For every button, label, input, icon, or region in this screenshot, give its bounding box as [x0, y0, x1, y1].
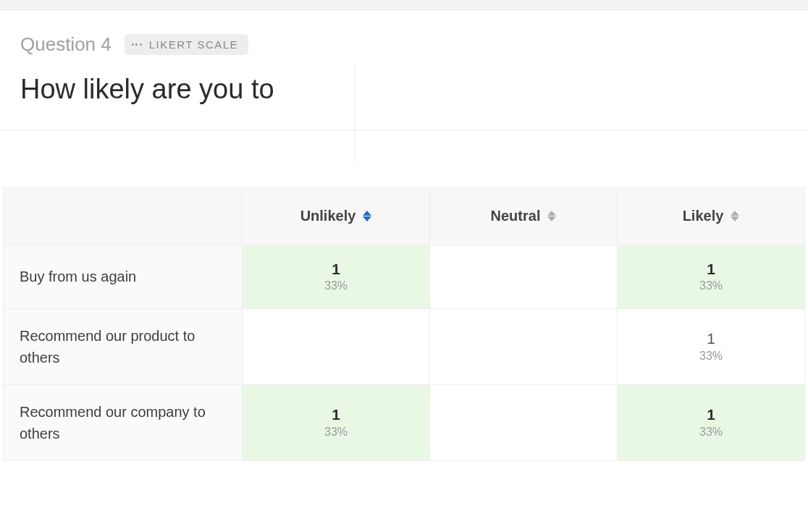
column-label: Unlikely: [300, 208, 356, 224]
svg-marker-3: [547, 216, 556, 221]
cell-percent: 33%: [625, 424, 797, 440]
cell-count: 1: [250, 260, 422, 278]
svg-marker-2: [547, 211, 556, 216]
value-cell: [430, 245, 618, 309]
sort-icon: [363, 211, 371, 221]
table-row: Buy from us again 1 33% 1 33%: [4, 245, 805, 309]
top-bar: [0, 0, 808, 10]
table-header-row: Unlikely Neutral Likely: [4, 187, 805, 245]
cell-percent: 33%: [625, 278, 797, 294]
header-blank: [4, 187, 243, 245]
badge-label: LIKERT SCALE: [149, 38, 238, 51]
sort-icon: [731, 211, 739, 221]
cell-percent: 33%: [250, 278, 422, 294]
sort-icon: [547, 211, 556, 221]
column-label: Neutral: [491, 208, 541, 224]
question-title: How likely are you to: [20, 73, 788, 106]
svg-marker-5: [731, 216, 739, 221]
cell-count: 1: [250, 405, 422, 423]
likert-table-wrapper: Unlikely Neutral Likely Buy from us agai…: [0, 130, 808, 462]
question-type-badge: LIKERT SCALE: [125, 34, 248, 55]
table-row: Recommend our company to others 1 33% 1 …: [4, 385, 805, 461]
svg-marker-0: [363, 211, 371, 216]
value-cell: 1 33%: [243, 385, 430, 461]
column-header[interactable]: Likely: [618, 187, 805, 245]
row-label: Buy from us again: [4, 245, 243, 309]
cell-percent: 33%: [250, 424, 422, 440]
likert-table: Unlikely Neutral Likely Buy from us agai…: [3, 187, 805, 462]
value-cell: 1 33%: [618, 385, 805, 461]
ellipsis-icon: [132, 43, 142, 46]
column-header[interactable]: Unlikely: [243, 187, 430, 245]
value-cell: 1 33%: [243, 245, 430, 309]
cell-count: 1: [625, 260, 797, 278]
value-cell: 1 33%: [618, 245, 805, 309]
column-header[interactable]: Neutral: [430, 187, 618, 245]
cell-count: 1: [625, 329, 797, 347]
table-row: Recommend our product to others 1 33%: [4, 309, 805, 385]
cell-count: 1: [625, 405, 797, 423]
question-header: Question 4 LIKERT SCALE How likely are y…: [0, 10, 808, 130]
header-divider: [354, 64, 355, 164]
svg-marker-4: [731, 211, 739, 216]
value-cell: 1 33%: [618, 309, 805, 385]
value-cell: [430, 309, 618, 385]
value-cell: [243, 309, 430, 385]
cell-percent: 33%: [625, 348, 797, 364]
question-number: Question 4: [20, 33, 111, 56]
row-label: Recommend our company to others: [4, 385, 243, 461]
column-label: Likely: [683, 208, 724, 224]
svg-marker-1: [363, 216, 371, 221]
value-cell: [430, 385, 618, 461]
row-label: Recommend our product to others: [4, 309, 243, 385]
